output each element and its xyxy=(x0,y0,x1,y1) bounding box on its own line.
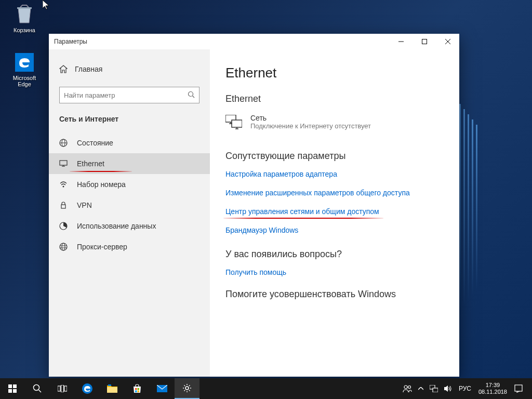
category-title: Сеть и Интернет xyxy=(49,115,210,123)
svg-rect-37 xyxy=(107,387,117,393)
clock[interactable]: 17:39 08.11.2018 xyxy=(474,382,511,395)
system-tray: РУС 17:39 08.11.2018 xyxy=(400,378,532,399)
tray-chevron-up-icon[interactable] xyxy=(415,378,427,399)
content-area: Ethernet Ethernet Сеть Подключение к Инт… xyxy=(210,49,459,377)
edge-icon xyxy=(14,52,35,73)
desktop-icon-label: Корзина xyxy=(6,27,43,33)
titlebar-controls xyxy=(389,34,459,49)
ethernet-icon xyxy=(59,159,68,168)
svg-point-6 xyxy=(189,91,193,96)
time: 17:39 xyxy=(478,382,507,389)
desktop-icon-edge[interactable]: Microsoft Edge xyxy=(6,52,43,87)
sidebar-item-dialup[interactable]: Набор номера xyxy=(49,174,210,195)
home-icon xyxy=(59,65,68,73)
sidebar-item-data-usage[interactable]: Использование данных xyxy=(49,216,210,236)
sidebar-item-label: Состояние xyxy=(77,139,113,147)
svg-rect-22 xyxy=(232,120,242,127)
svg-rect-27 xyxy=(8,384,12,388)
language-indicator[interactable]: РУС xyxy=(456,378,474,399)
sidebar-item-label: Использование данных xyxy=(77,222,156,230)
section-title: Ethernet xyxy=(225,94,444,104)
svg-rect-34 xyxy=(61,385,64,392)
close-button[interactable] xyxy=(436,34,459,49)
link-label: Центр управления сетями и общим доступом xyxy=(225,207,379,216)
taskbar-settings[interactable] xyxy=(175,378,200,399)
sidebar-item-label: VPN xyxy=(77,201,92,209)
search-icon xyxy=(188,91,195,100)
svg-point-31 xyxy=(34,385,39,391)
taskbar-mail[interactable] xyxy=(150,378,175,399)
network-icon xyxy=(225,115,242,129)
svg-rect-42 xyxy=(138,391,140,393)
svg-rect-41 xyxy=(135,391,137,393)
people-icon[interactable] xyxy=(400,378,415,399)
improve-title: Помогите усовершенствовать Windows xyxy=(225,289,444,300)
svg-line-7 xyxy=(193,96,195,98)
minimize-button[interactable] xyxy=(389,34,413,49)
questions-title: У вас появились вопросы? xyxy=(225,249,444,260)
svg-line-32 xyxy=(39,390,42,393)
sidebar-item-vpn[interactable]: VPN xyxy=(49,195,210,216)
network-info: Сеть Подключение к Интернету отсутствует xyxy=(250,114,371,130)
svg-rect-29 xyxy=(8,389,12,393)
svg-point-17 xyxy=(60,243,67,250)
svg-rect-35 xyxy=(64,386,67,391)
titlebar[interactable]: Параметры xyxy=(49,34,459,49)
show-desktop-button[interactable] xyxy=(526,378,532,399)
svg-rect-38 xyxy=(108,384,111,386)
task-view-button[interactable] xyxy=(50,378,75,399)
svg-rect-15 xyxy=(61,205,65,208)
svg-rect-49 xyxy=(515,385,522,391)
vpn-icon xyxy=(59,201,68,209)
link-firewall[interactable]: Брандмауэр Windows xyxy=(225,226,298,234)
proxy-icon xyxy=(59,243,68,251)
sidebar-item-label: Прокси-сервер xyxy=(77,243,127,251)
link-adapter-settings[interactable]: Настройка параметров адаптера xyxy=(225,170,337,178)
search-field[interactable] xyxy=(64,91,188,99)
network-item[interactable]: Сеть Подключение к Интернету отсутствует xyxy=(225,114,444,130)
data-usage-icon xyxy=(59,222,68,230)
window-title: Параметры xyxy=(54,38,87,45)
svg-point-18 xyxy=(62,243,65,250)
status-icon xyxy=(59,139,68,147)
notifications-icon[interactable] xyxy=(511,378,526,399)
svg-rect-3 xyxy=(422,39,427,44)
svg-rect-28 xyxy=(13,384,17,388)
link-advanced-sharing[interactable]: Изменение расширенных параметров общего … xyxy=(225,189,410,197)
desktop-icon-recycle-bin[interactable]: Корзина xyxy=(6,4,43,33)
annotation-underline xyxy=(223,218,383,219)
svg-rect-48 xyxy=(433,388,438,392)
related-params-title: Сопутствующие параметры xyxy=(225,151,444,162)
dialup-icon xyxy=(59,180,68,189)
home-link[interactable]: Главная xyxy=(49,61,210,77)
date: 08.11.2018 xyxy=(478,389,507,395)
settings-window: Параметры Главная Сеть и Интернет xyxy=(49,34,459,377)
link-get-help[interactable]: Получить помощь xyxy=(225,268,286,276)
taskbar-store[interactable] xyxy=(125,378,150,399)
window-body: Главная Сеть и Интернет Состояние Et xyxy=(49,49,459,377)
svg-rect-30 xyxy=(13,389,17,393)
sidebar-item-ethernet[interactable]: Ethernet xyxy=(49,153,210,174)
annotation-underline xyxy=(70,171,132,172)
recycle-bin-icon xyxy=(14,4,35,25)
home-label: Главная xyxy=(75,65,102,73)
sidebar-item-proxy[interactable]: Прокси-сервер xyxy=(49,236,210,257)
start-button[interactable] xyxy=(0,378,25,399)
search-input[interactable] xyxy=(59,87,200,103)
taskbar: РУС 17:39 08.11.2018 xyxy=(0,378,532,399)
sidebar: Главная Сеть и Интернет Состояние Et xyxy=(49,49,210,377)
tray-volume-icon[interactable] xyxy=(441,378,456,399)
tray-network-icon[interactable] xyxy=(427,378,441,399)
maximize-button[interactable] xyxy=(413,34,436,49)
sidebar-item-status[interactable]: Состояние xyxy=(49,132,210,153)
taskbar-explorer[interactable] xyxy=(100,378,125,399)
network-status: Подключение к Интернету отсутствует xyxy=(250,122,371,130)
page-title: Ethernet xyxy=(225,65,444,81)
network-name: Сеть xyxy=(250,114,371,122)
svg-rect-11 xyxy=(60,161,67,165)
search-button[interactable] xyxy=(25,378,50,399)
svg-point-46 xyxy=(408,386,410,389)
sidebar-item-label: Набор номера xyxy=(77,180,126,189)
link-network-sharing-center[interactable]: Центр управления сетями и общим доступом xyxy=(225,207,379,216)
taskbar-edge[interactable] xyxy=(75,378,100,399)
